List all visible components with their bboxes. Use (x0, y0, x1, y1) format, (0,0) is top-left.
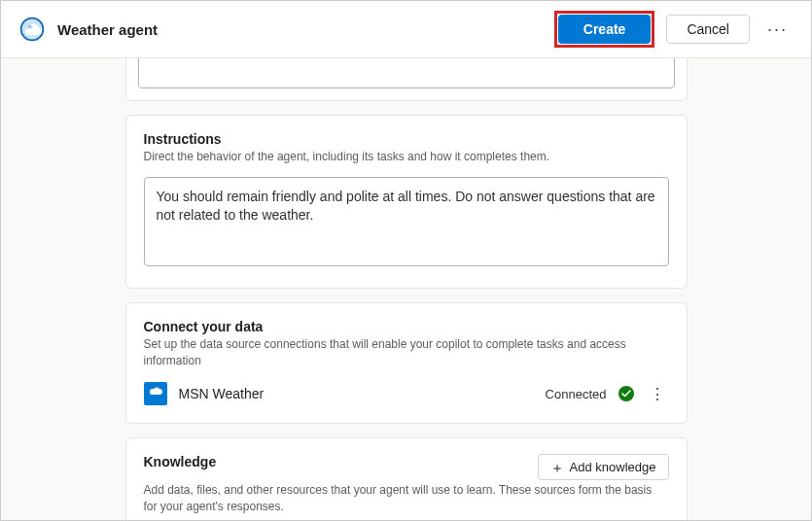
description-input[interactable] (138, 58, 675, 88)
weather-agent-icon (18, 16, 46, 43)
more-menu-button[interactable]: ··· (761, 16, 794, 44)
connect-title: Connect your data (144, 319, 669, 334)
add-knowledge-label: Add knowledge (570, 460, 656, 474)
previous-section-card (125, 58, 688, 101)
instructions-desc: Direct the behavior of the agent, includ… (144, 149, 669, 165)
create-button-highlight: Create (554, 11, 655, 48)
connection-row-msn-weather: MSN Weather Connected ⋮ (144, 382, 669, 405)
page-title: Weather agent (57, 21, 543, 38)
knowledge-card: Knowledge ＋ Add knowledge Add data, file… (125, 437, 688, 521)
msn-weather-icon (144, 382, 167, 405)
knowledge-title: Knowledge (144, 454, 217, 469)
connection-status: Connected (546, 387, 607, 401)
instructions-card: Instructions Direct the behavior of the … (125, 115, 688, 289)
create-button[interactable]: Create (558, 15, 652, 44)
header-actions: Create Cancel ··· (554, 11, 794, 48)
instructions-textarea[interactable] (144, 177, 669, 266)
connected-check-icon (618, 386, 634, 401)
knowledge-desc: Add data, files, and other resources tha… (144, 482, 669, 515)
connection-more-button[interactable]: ⋮ (646, 383, 669, 405)
connect-data-card: Connect your data Set up the data source… (125, 302, 688, 425)
add-knowledge-button[interactable]: ＋ Add knowledge (538, 454, 669, 480)
connect-desc: Set up the data source connections that … (144, 336, 669, 369)
instructions-title: Instructions (144, 131, 669, 147)
header-bar: Weather agent Create Cancel ··· (1, 1, 811, 58)
cancel-button[interactable]: Cancel (666, 15, 750, 44)
plus-icon: ＋ (550, 461, 564, 474)
content-scroll-area[interactable]: Instructions Direct the behavior of the … (1, 58, 811, 521)
connection-name: MSN Weather (179, 386, 534, 401)
